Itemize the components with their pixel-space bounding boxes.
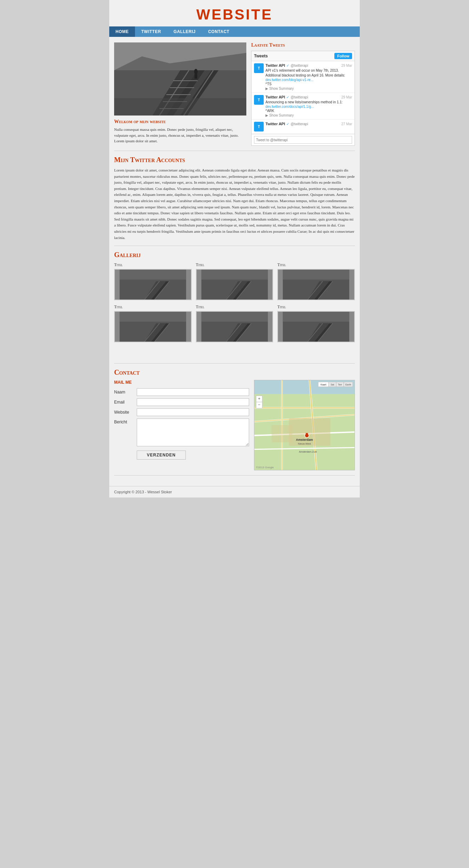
- gallery-item-3: Titel: [277, 262, 355, 300]
- tweet-verified-icon: ✓: [286, 122, 289, 126]
- svg-text:Amsterdam: Amsterdam: [296, 438, 313, 441]
- map-col: Amsterdam Nieuw-West Amsterdam-Zuid + −: [254, 380, 355, 470]
- tweet-avatar: T: [254, 95, 264, 105]
- svg-rect-28: [201, 270, 268, 280]
- nav-home[interactable]: HOME: [109, 26, 135, 37]
- twitter-scroll[interactable]: T Twitter API ✓ @twitterapi 29 Mar API v…: [252, 61, 355, 134]
- show-summary-2[interactable]: ▶ Show Summary: [265, 113, 352, 117]
- tweet-verified-icon: ✓: [286, 64, 289, 67]
- site-header: WEBSITE: [109, 0, 360, 26]
- gallery-item-title-4: Titel: [114, 304, 192, 310]
- twitter-widget: Tweets Follow T Twitter API ✓ @twitterap: [251, 51, 355, 146]
- svg-text:−: −: [258, 403, 261, 407]
- twitter-widget-header: Tweets Follow: [252, 51, 355, 61]
- svg-text:Kaart: Kaart: [320, 383, 326, 386]
- copyright-text: Copyright © 2013 - Wessel Stoker: [114, 490, 172, 494]
- twitter-accounts-title: Mijn Twitter Accounts: [114, 156, 355, 164]
- svg-text:Nieuw-West: Nieuw-West: [298, 443, 311, 445]
- section-divider-4: [114, 475, 355, 476]
- page-wrapper: WEBSITE HOME TWITTER GALLERIJ CONTACT: [109, 0, 360, 497]
- tweet-body: Twitter API ✓ @twitterapi 27 Mar: [265, 122, 352, 132]
- tweet-item: T Twitter API ✓ @twitterapi 27 Mar: [252, 120, 355, 134]
- tweet-avatar: T: [254, 63, 264, 73]
- gallery-item-title-6: Titel: [277, 304, 355, 310]
- svg-rect-22: [120, 270, 186, 280]
- gallery-image-6[interactable]: [277, 311, 355, 342]
- tweet-verified-icon: ✓: [286, 95, 289, 99]
- svg-rect-15: [194, 74, 197, 79]
- submit-button[interactable]: VERZENDEN: [137, 451, 186, 460]
- show-summary-1[interactable]: ▶ Show Summary: [265, 87, 352, 90]
- svg-text:©2013 Google: ©2013 Google: [256, 466, 274, 469]
- gallery-item-title-1: Titel: [114, 262, 192, 268]
- form-label-website: Website: [114, 410, 137, 415]
- hero-image: [114, 42, 246, 116]
- contact-section: Contact Mail me Naam Email: [114, 368, 355, 470]
- contact-inner: Mail me Naam Email Website: [114, 380, 355, 470]
- tweet-handle: @twitterapi: [291, 95, 308, 99]
- tweet-date: 29 Mar: [341, 64, 352, 67]
- nav-twitter[interactable]: TWITTER: [135, 26, 167, 37]
- tweet-text: API v1's retirement will occur on May 7t…: [265, 68, 352, 78]
- gallery-item-title-2: Titel: [196, 262, 273, 268]
- svg-rect-34: [283, 270, 349, 280]
- form-input-naam[interactable]: [137, 388, 249, 396]
- twitter-section-title: Laatste Tweets: [251, 42, 355, 48]
- follow-button[interactable]: Follow: [334, 53, 352, 59]
- hero-caption-title: Welkom op mijn website: [114, 119, 246, 125]
- tweet-date: 27 Mar: [341, 122, 352, 126]
- gallery-image-4[interactable]: [114, 311, 192, 342]
- tweet-hashtag: ^ARK: [265, 109, 352, 113]
- hero-caption: Welkom op mijn website Nulla consequat m…: [114, 119, 246, 144]
- svg-rect-46: [201, 312, 268, 322]
- contact-form-col: Mail me Naam Email Website: [114, 380, 249, 470]
- svg-rect-16: [114, 98, 246, 116]
- map-placeholder[interactable]: Amsterdam Nieuw-West Amsterdam-Zuid + −: [254, 380, 355, 470]
- gallery-image-2[interactable]: [196, 269, 273, 300]
- gallery-image-3[interactable]: [277, 269, 355, 300]
- hero-caption-text: Nulla consequat massa quis enim. Donec p…: [114, 127, 246, 144]
- gallery-item-4: Titel: [114, 304, 192, 342]
- tweet-user-row: Twitter API ✓ @twitterapi 29 Mar: [265, 95, 352, 99]
- tweet-user-row: Twitter API ✓ @twitterapi 29 Mar: [265, 63, 352, 67]
- form-input-website[interactable]: [137, 408, 249, 416]
- gallery-item-1: Titel: [114, 262, 192, 300]
- form-input-email[interactable]: [137, 398, 249, 406]
- tweet-body: Twitter API ✓ @twitterapi 29 Mar Announc…: [265, 95, 352, 117]
- tweet-item: T Twitter API ✓ @twitterapi 29 Mar API v…: [252, 61, 355, 93]
- svg-rect-66: [272, 425, 293, 443]
- contact-title: Contact: [114, 368, 355, 376]
- twitter-accounts-section: Mijn Twitter Accounts Lorem ipsum dolor …: [114, 156, 355, 241]
- nav-gallerij[interactable]: GALLERIJ: [167, 26, 202, 37]
- gallery-grid: Titel Titel: [114, 262, 355, 342]
- tweet-link[interactable]: dev.twitter.com/blog/api-v1-re...: [265, 78, 352, 82]
- form-label-bericht: Bericht: [114, 419, 137, 424]
- form-row-website: Website: [114, 408, 249, 416]
- nav-contact[interactable]: CONTACT: [202, 26, 236, 37]
- svg-text:Earth: Earth: [345, 383, 351, 386]
- tweets-label: Tweets: [254, 54, 268, 58]
- tweet-username: Twitter API: [265, 95, 285, 99]
- gallery-item-title-3: Titel: [277, 262, 355, 268]
- mail-me-label: Mail me: [114, 380, 249, 385]
- gallery-title: Gallerij: [114, 251, 355, 259]
- section-divider-3: [114, 363, 355, 364]
- tweet-to-input[interactable]: [254, 136, 352, 144]
- gallery-image-1[interactable]: [114, 269, 192, 300]
- gallery-image-5[interactable]: [196, 311, 273, 342]
- tweet-body: Twitter API ✓ @twitterapi 29 Mar API v1'…: [265, 63, 352, 90]
- svg-rect-52: [283, 312, 349, 322]
- tweet-hashtag: ^TS: [265, 82, 352, 87]
- main-nav: HOME TWITTER GALLERIJ CONTACT: [109, 26, 360, 37]
- form-input-bericht[interactable]: [137, 419, 249, 446]
- tweet-text: Announcing a new lists/ownerships method…: [265, 100, 352, 105]
- gallery-item-2: Titel: [196, 262, 273, 300]
- svg-text:Terr: Terr: [338, 383, 342, 386]
- form-row-naam: Naam: [114, 388, 249, 396]
- svg-text:Sat: Sat: [331, 383, 334, 386]
- tweet-user-row: Twitter API ✓ @twitterapi 27 Mar: [265, 122, 352, 126]
- form-row-bericht: Bericht: [114, 419, 249, 446]
- svg-rect-65: [289, 418, 330, 446]
- gallery-section: Gallerij Titel: [114, 251, 355, 342]
- tweet-link[interactable]: dev.twitter.com/docs/api/1.1/g...: [265, 105, 352, 109]
